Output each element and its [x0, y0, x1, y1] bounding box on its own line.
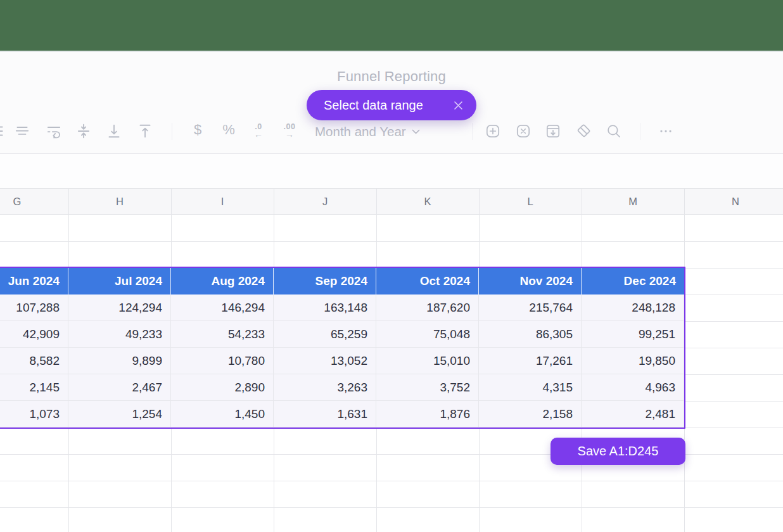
insert-cell-icon[interactable]: [485, 123, 501, 139]
chevron-down-icon: [412, 129, 420, 134]
column-header-G[interactable]: G: [0, 188, 68, 215]
increase-decimal-icon[interactable]: .00 →: [280, 123, 299, 139]
data-cell[interactable]: 19,850: [582, 348, 684, 374]
align-lines-icon[interactable]: [14, 123, 30, 139]
data-cell[interactable]: 4,315: [479, 374, 582, 401]
data-cell[interactable]: 54,233: [171, 321, 274, 348]
toolbar-divider: [172, 123, 172, 140]
data-cell[interactable]: 2,145: [0, 374, 68, 401]
data-cell[interactable]: 187,620: [376, 294, 479, 321]
data-cell[interactable]: 215,764: [479, 294, 582, 321]
gridline: [0, 507, 783, 508]
data-cell[interactable]: 107,288: [0, 294, 68, 321]
data-cell[interactable]: 1,450: [171, 401, 274, 428]
eraser-icon[interactable]: [575, 123, 592, 139]
app-top-bar: [0, 0, 783, 51]
data-cell[interactable]: 2,158: [479, 401, 582, 428]
data-cell[interactable]: 99,251: [582, 321, 684, 348]
toolbar-divider: [472, 123, 473, 140]
data-cell[interactable]: 163,148: [274, 294, 376, 321]
data-cell[interactable]: 4,963: [582, 374, 684, 401]
data-cell[interactable]: 1,073: [0, 401, 68, 428]
number-format-value: Month and Year: [315, 124, 406, 139]
column-header-J[interactable]: J: [274, 188, 376, 215]
tooltip-label: Select data range: [324, 98, 451, 113]
formula-strip: [0, 154, 783, 188]
column-header-I[interactable]: I: [171, 188, 274, 215]
clipped-align-icon[interactable]: [0, 123, 5, 139]
data-cell[interactable]: 10,780: [171, 348, 274, 374]
month-header-cell[interactable]: Aug 2024: [171, 268, 274, 294]
data-cell[interactable]: 86,305: [479, 321, 582, 348]
data-cell[interactable]: 8,582: [0, 348, 68, 374]
number-format-dropdown[interactable]: Month and Year: [315, 123, 420, 141]
data-cell[interactable]: 15,010: [376, 348, 479, 374]
month-header-cell[interactable]: Sep 2024: [274, 268, 376, 294]
delete-cell-icon[interactable]: [515, 123, 532, 139]
month-header-cell[interactable]: Dec 2024: [582, 268, 684, 294]
vertical-align-center-icon[interactable]: [75, 123, 92, 139]
data-cell[interactable]: 2,467: [68, 374, 171, 401]
data-cell[interactable]: 17,261: [479, 348, 582, 374]
data-cell[interactable]: 9,899: [68, 348, 171, 374]
data-cell[interactable]: 75,048: [376, 321, 479, 348]
decrease-decimal-icon[interactable]: .0 ←: [249, 123, 268, 139]
data-cell[interactable]: 3,752: [376, 374, 479, 401]
select-range-tooltip: Select data range: [307, 90, 476, 120]
data-cell[interactable]: 146,294: [171, 294, 274, 321]
data-cell[interactable]: 1,631: [274, 401, 376, 428]
data-cell[interactable]: 1,254: [68, 401, 171, 428]
gridline: [0, 481, 783, 481]
data-cell[interactable]: 65,259: [274, 321, 376, 348]
month-header-cell[interactable]: Nov 2024: [479, 268, 582, 294]
data-cell[interactable]: 248,128: [582, 294, 684, 321]
close-icon[interactable]: [451, 98, 465, 112]
data-cell[interactable]: 49,233: [68, 321, 171, 348]
month-header-cell[interactable]: Oct 2024: [376, 268, 479, 294]
column-header-H[interactable]: H: [68, 188, 171, 215]
data-cell[interactable]: 124,294: [68, 294, 171, 321]
column-header-N[interactable]: N: [684, 188, 783, 215]
more-options-icon[interactable]: [658, 123, 674, 139]
sheet-grid[interactable]: GHIJKLMNJun 2024Jul 2024Aug 2024Sep 2024…: [0, 188, 783, 532]
document-title[interactable]: Funnel Reporting: [0, 68, 783, 85]
data-cell[interactable]: 13,052: [274, 348, 376, 374]
month-header-cell[interactable]: Jul 2024: [68, 268, 171, 294]
gridline: [0, 428, 783, 428]
data-cell[interactable]: 2,481: [582, 401, 684, 428]
data-cell[interactable]: 1,876: [376, 401, 479, 428]
toolbar-divider: [640, 123, 640, 140]
data-cell[interactable]: 3,263: [274, 374, 376, 401]
toolbar-chrome: Funnel Reporting Select data range $ %: [0, 52, 783, 154]
save-range-button[interactable]: Save A1:D245: [551, 438, 685, 465]
spreadsheet-app: Funnel Reporting Select data range $ %: [0, 0, 783, 532]
align-top-icon[interactable]: [137, 123, 153, 139]
search-icon[interactable]: [606, 123, 622, 139]
month-header-cell[interactable]: Jun 2024: [0, 268, 68, 294]
column-header-K[interactable]: K: [376, 188, 479, 215]
column-header-M[interactable]: M: [582, 188, 684, 215]
wrap-text-icon[interactable]: [46, 123, 62, 139]
percent-icon[interactable]: %: [219, 122, 238, 138]
gridline: [0, 241, 783, 242]
column-header-L[interactable]: L: [479, 188, 582, 215]
align-bottom-icon[interactable]: [106, 123, 122, 139]
data-cell[interactable]: 2,890: [171, 374, 274, 401]
data-cell[interactable]: 42,909: [0, 321, 68, 348]
currency-icon[interactable]: $: [188, 122, 207, 138]
insert-row-below-icon[interactable]: [545, 123, 561, 139]
